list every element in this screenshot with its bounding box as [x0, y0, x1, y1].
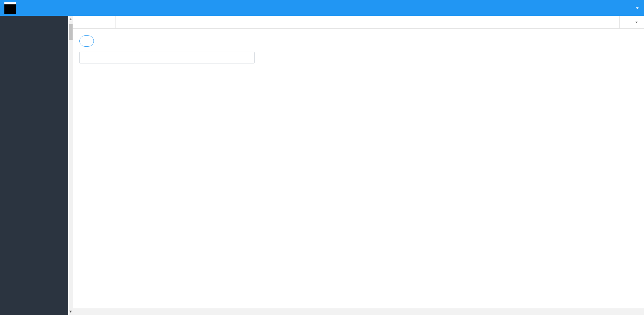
search-input[interactable] — [79, 52, 241, 63]
sidebar — [0, 16, 68, 315]
main-panel — [73, 16, 644, 315]
scrollbar-down-arrow[interactable] — [69, 311, 72, 313]
admin-window — [0, 0, 644, 315]
tab-system-settings[interactable] — [101, 16, 115, 28]
topbar-actions — [606, 6, 644, 10]
tabs-scroll-left[interactable] — [81, 16, 89, 28]
content-area — [73, 29, 644, 308]
tabbar-right-controls — [619, 16, 644, 28]
close-operations-dropdown[interactable] — [630, 20, 641, 25]
user-menu[interactable] — [631, 6, 639, 10]
topbar — [0, 0, 644, 16]
tab-coin-list[interactable] — [115, 16, 131, 28]
tabbar — [73, 16, 644, 29]
add-button[interactable] — [79, 35, 94, 47]
caret-down-icon — [635, 22, 638, 25]
brand-zone — [0, 0, 68, 16]
caret-down-icon — [636, 7, 639, 10]
scrollbar-up-arrow[interactable] — [69, 18, 72, 20]
footer — [73, 308, 644, 315]
tab-home[interactable] — [89, 16, 101, 28]
search-button[interactable] — [241, 52, 255, 63]
app-logo — [4, 2, 16, 14]
sidebar-scrollbar[interactable] — [68, 16, 73, 315]
search-bar — [79, 52, 255, 63]
scrollbar-thumb[interactable] — [69, 24, 73, 40]
